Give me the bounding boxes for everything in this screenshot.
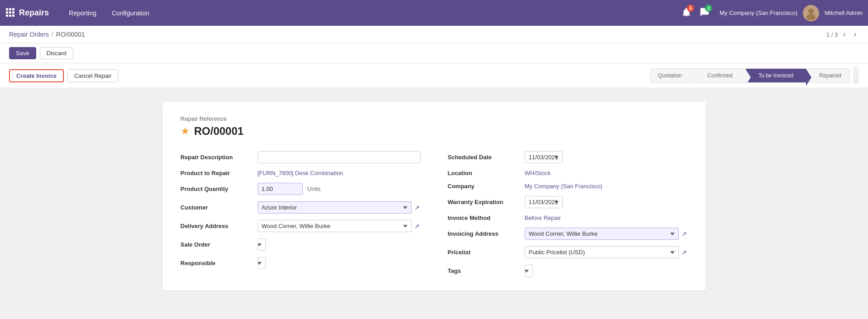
breadcrumb-current: RO/00001 [56, 31, 85, 38]
breadcrumb-parent[interactable]: Repair Orders [9, 31, 49, 38]
value-pricelist: Public Pricelist (USD) ↗ [525, 246, 688, 258]
select-sale-order[interactable] [258, 238, 266, 251]
delivery-address-external-link[interactable]: ↗ [413, 222, 421, 231]
link-product-to-repair[interactable]: [FURN_7800] Desk Combination [258, 170, 343, 176]
scroll-indicator[interactable] [854, 67, 859, 84]
field-invoice-method: Invoice Method Before Repair [448, 214, 688, 221]
pager-count: 1 / 3 [826, 31, 838, 38]
select-warranty-expiration[interactable]: 11/03/2021 [525, 196, 563, 208]
user-avatar[interactable] [803, 5, 819, 21]
svg-rect-0 [6, 8, 8, 10]
link-company[interactable]: My Company (San Francisco) [525, 183, 603, 190]
label-responsible: Responsible [181, 260, 253, 267]
field-invoicing-address: Invoicing Address Wood Corner, Willie Bu… [448, 228, 688, 240]
field-location: Location WH/Stock [448, 170, 688, 176]
value-product-quantity: Units [258, 183, 421, 195]
create-invoice-button[interactable]: Create Invoice [9, 69, 64, 82]
quantity-units: Units [307, 186, 321, 192]
form-left-section: Repair Description Product to Repair [FU… [181, 151, 421, 277]
select-scheduled-date[interactable]: 11/03/2021 [525, 151, 563, 163]
value-responsible [258, 257, 421, 269]
favorite-star-icon[interactable]: ★ [181, 125, 190, 137]
nav-links: Reporting Configuration [62, 7, 681, 19]
label-repair-description: Repair Description [181, 154, 253, 161]
customer-select-wrapper: Azure Interior ↗ [258, 201, 421, 214]
status-steps: Quotation Confirmed To be Invoiced Repai… [650, 68, 850, 83]
pager-prev[interactable]: ‹ [840, 29, 848, 39]
field-delivery-address: Delivery Address Wood Corner, Willie Bur… [181, 220, 421, 232]
svg-point-10 [806, 14, 815, 20]
label-scheduled-date: Scheduled Date [448, 154, 520, 161]
grid-icon[interactable] [5, 8, 14, 18]
value-sale-order [258, 238, 421, 251]
select-customer[interactable]: Azure Interior [258, 201, 412, 214]
input-repair-description[interactable] [258, 151, 421, 163]
value-warranty-expiration: 11/03/2021 [525, 196, 688, 208]
label-customer: Customer [181, 204, 253, 211]
svg-rect-2 [12, 8, 14, 10]
message-count: 2 [705, 5, 712, 12]
form-container: Repair Reference ★ RO/00001 Repair Descr… [0, 88, 868, 319]
cancel-repair-button[interactable]: Cancel Repair [67, 69, 118, 82]
label-location: Location [448, 170, 520, 176]
svg-rect-7 [9, 14, 11, 17]
save-button[interactable]: Save [9, 47, 36, 59]
svg-point-9 [808, 9, 814, 14]
field-pricelist: Pricelist Public Pricelist (USD) ↗ [448, 246, 688, 258]
select-tags[interactable] [525, 265, 533, 277]
form-card: Repair Reference ★ RO/00001 Repair Descr… [163, 102, 706, 290]
action-bar: Save Discard [0, 43, 868, 63]
value-location: WH/Stock [525, 170, 688, 176]
step-quotation[interactable]: Quotation [650, 68, 695, 83]
delivery-address-select-wrapper: Wood Corner, Willie Burke ↗ [258, 220, 421, 232]
svg-rect-6 [6, 14, 8, 17]
label-invoicing-address: Invoicing Address [448, 230, 520, 237]
nav-configuration[interactable]: Configuration [106, 7, 156, 19]
field-product-to-repair: Product to Repair [FURN_7800] Desk Combi… [181, 170, 421, 176]
repair-ref-label: Repair Reference [181, 115, 688, 122]
select-invoicing-address[interactable]: Wood Corner, Willie Burke [525, 228, 679, 240]
step-to-be-invoiced[interactable]: To be Invoiced [745, 68, 806, 83]
svg-rect-1 [9, 8, 11, 10]
field-company: Company My Company (San Francisco) [448, 183, 688, 190]
repair-ref-value: RO/00001 [194, 125, 244, 138]
select-delivery-address[interactable]: Wood Corner, Willie Burke [258, 220, 412, 232]
field-sale-order: Sale Order [181, 238, 421, 251]
pager-next[interactable]: › [851, 29, 859, 39]
nav-reporting[interactable]: Reporting [62, 7, 103, 19]
user-name[interactable]: Mitchell Admin [825, 10, 863, 16]
field-tags: Tags [448, 265, 688, 277]
notification-bell[interactable]: 5 [681, 7, 691, 19]
input-product-quantity[interactable] [258, 183, 303, 195]
message-icon[interactable]: 2 [700, 7, 710, 19]
svg-rect-3 [6, 11, 8, 14]
breadcrumb-separator: / [52, 31, 53, 38]
link-location[interactable]: WH/Stock [525, 170, 551, 176]
notification-count: 5 [687, 5, 694, 12]
value-tags [525, 265, 688, 277]
field-scheduled-date: Scheduled Date 11/03/2021 [448, 151, 688, 163]
customer-external-link[interactable]: ↗ [413, 203, 421, 212]
top-navigation: Repairs Reporting Configuration 5 2 My C… [0, 0, 868, 26]
pricelist-external-link[interactable]: ↗ [681, 248, 688, 257]
form-grid: Repair Description Product to Repair [FU… [181, 151, 688, 277]
text-invoice-method: Before Repair [525, 214, 561, 221]
step-confirmed[interactable]: Confirmed [695, 68, 746, 83]
select-responsible[interactable] [258, 257, 266, 269]
field-responsible: Responsible [181, 257, 421, 269]
breadcrumb: Repair Orders / RO/00001 1 / 3 ‹ › [0, 26, 868, 43]
svg-rect-5 [12, 11, 14, 14]
company-name: My Company (San Francisco) [719, 10, 797, 16]
label-company: Company [448, 183, 520, 190]
field-product-quantity: Product Quantity Units [181, 183, 421, 195]
svg-rect-4 [9, 11, 11, 14]
label-invoice-method: Invoice Method [448, 214, 520, 221]
form-right-section: Scheduled Date 11/03/2021 Location WH/St… [448, 151, 688, 277]
value-repair-description [258, 151, 421, 163]
invoicing-address-external-link[interactable]: ↗ [681, 229, 688, 238]
discard-button[interactable]: Discard [40, 47, 73, 59]
select-pricelist[interactable]: Public Pricelist (USD) [525, 246, 679, 258]
step-repaired[interactable]: Repaired [806, 68, 850, 83]
pricelist-select-wrapper: Public Pricelist (USD) ↗ [525, 246, 688, 258]
label-product-quantity: Product Quantity [181, 186, 253, 192]
